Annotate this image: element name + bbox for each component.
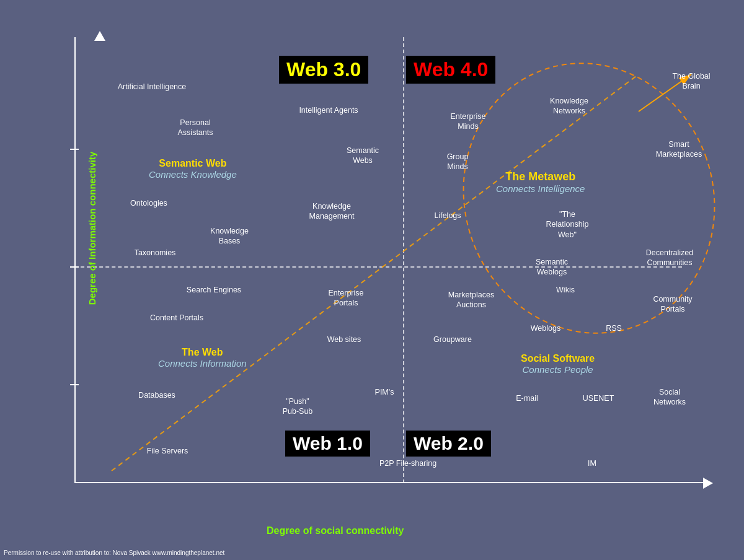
chart-item-32: Social Networks	[632, 387, 707, 408]
x-axis-label: Degree of social connectivity	[267, 525, 404, 536]
chart-item-31: USENET	[561, 393, 636, 403]
chart-item-24: Groupware	[415, 335, 490, 344]
dashed-h-mid	[74, 266, 682, 268]
chart-item-4: Enterprise Minds	[431, 112, 505, 132]
y-axis-label: Degree of Information connectivity	[87, 152, 97, 305]
x-axis	[74, 482, 707, 483]
chart-item-8: Group Minds	[420, 152, 495, 172]
chart-item-23: Web sites	[307, 335, 381, 344]
web40-box: Web 4.0	[406, 56, 495, 84]
chart-item-16: Decentralized Communities	[632, 248, 707, 268]
metaweb-label: The Metaweb Connects Intelligence	[496, 170, 585, 194]
web10-label: Web 1.0	[285, 431, 370, 457]
chart-item-27: PIM's	[347, 387, 422, 397]
chart-item-5: Knowledge Networks	[532, 96, 606, 116]
chart-item-20: Wikis	[528, 285, 603, 295]
the-web-label: The Web Connects Information	[158, 347, 247, 369]
chart-item-15: Semantic Weblogs	[515, 257, 589, 278]
chart-svg	[50, 37, 719, 508]
chart-item-11: Knowledge Bases	[192, 226, 267, 247]
chart-item-9: Ontologies	[112, 198, 186, 208]
chart-item-22: Content Portals	[140, 313, 214, 323]
chart-item-26: RSS	[577, 323, 651, 333]
web40-label: Web 4.0	[406, 56, 495, 84]
chart-item-25: Weblogs	[508, 323, 583, 333]
chart-item-19: Marketplaces Auctions	[434, 290, 508, 310]
chart-item-34: P2P File-sharing	[371, 458, 445, 468]
chart-item-18: Enterprise Portals	[309, 288, 383, 308]
web30-label: Web 3.0	[279, 56, 368, 84]
x-axis-arrow	[703, 478, 713, 489]
chart-container: Degree of Information connectivity Degre…	[50, 37, 719, 508]
web20-label: Web 2.0	[406, 431, 491, 457]
chart-item-1: Personal Assistants	[158, 118, 232, 138]
permission-text: Permission to re-use with attribution to…	[4, 549, 224, 556]
chart-item-30: E-mail	[490, 393, 564, 403]
semantic-web-label: Semantic Web Connects Knowledge	[149, 158, 237, 180]
tick-y1	[70, 149, 79, 150]
chart-item-29: "Push" Pub-Sub	[260, 396, 335, 417]
chart-item-7: Smart Marketplaces	[642, 139, 716, 160]
chart-item-13: Lifelogs	[410, 211, 485, 221]
social-software-label: Social Software Connects People	[521, 353, 595, 375]
chart-item-17: Search Engines	[177, 285, 251, 295]
dashed-v-mid	[403, 37, 404, 483]
chart-item-0: Artificial Intelligence	[115, 82, 189, 92]
y-axis	[74, 37, 76, 483]
web30-box: Web 3.0	[279, 56, 368, 84]
web20-box: Web 2.0	[406, 431, 491, 457]
chart-item-14: "The Relationship Web"	[530, 209, 604, 240]
web10-box: Web 1.0	[285, 431, 370, 457]
chart-item-35: IM	[555, 458, 629, 468]
chart-item-28: Databases	[120, 390, 194, 400]
y-axis-arrow	[94, 31, 105, 41]
tick-y3	[70, 384, 79, 385]
chart-item-33: File Servers	[130, 446, 205, 456]
chart-item-2: Intelligent Agents	[291, 105, 366, 115]
chart-item-3: Semantic Webs	[326, 146, 400, 166]
chart-item-10: Knowledge Management	[294, 201, 369, 222]
chart-item-21: Community Portals	[636, 294, 710, 315]
chart-item-12: Taxonomies	[118, 248, 192, 258]
chart-item-6: The Global Brain	[654, 71, 728, 92]
